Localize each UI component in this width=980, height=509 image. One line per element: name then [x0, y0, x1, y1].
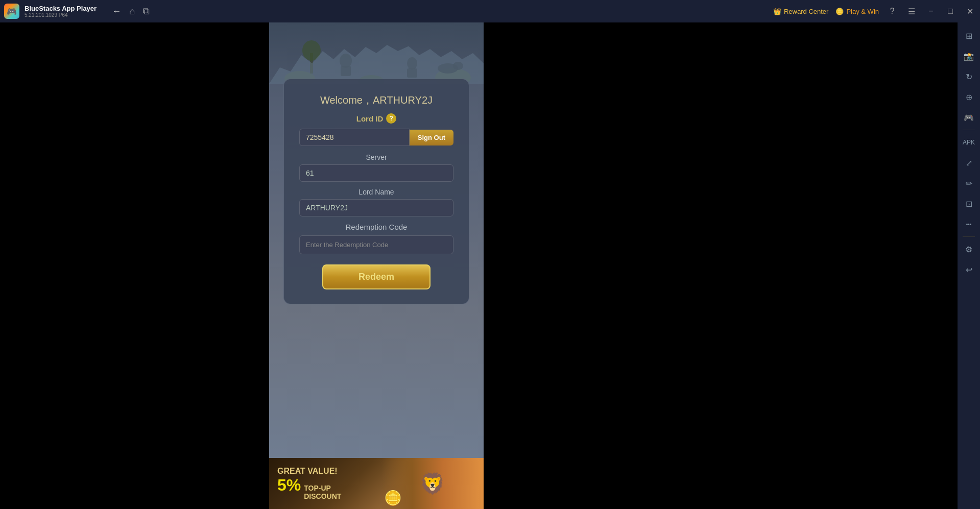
svg-point-10	[302, 40, 321, 61]
silhouette-svg	[269, 22, 484, 84]
close-button[interactable]: ✕	[964, 5, 976, 17]
lion-icon: 🦁	[420, 472, 445, 496]
scale-icon[interactable]: ⤢	[960, 154, 978, 172]
server-label: Server	[299, 153, 453, 161]
close-icon: ✕	[967, 7, 973, 16]
back-nav-icon[interactable]: ←	[112, 6, 121, 17]
reward-center-label: Reward Center	[784, 8, 828, 15]
lord-id-help-icon[interactable]: ?	[386, 113, 396, 124]
redemption-code-label: Redemption Code	[299, 223, 453, 231]
controller-icon[interactable]: 🎮	[960, 108, 978, 127]
apk-icon[interactable]: APK	[960, 133, 978, 152]
svg-rect-6	[407, 68, 417, 78]
minimize-button[interactable]: −	[925, 5, 937, 17]
banner-topup: TOP-UP	[304, 484, 341, 492]
server-value: 61	[299, 164, 453, 182]
maximize-button[interactable]: □	[944, 5, 957, 17]
svg-point-7	[438, 63, 458, 74]
edit-icon[interactable]: ✏	[960, 174, 978, 192]
svg-rect-4	[341, 66, 351, 76]
banner-discount: DISCOUNT	[304, 492, 341, 500]
redemption-code-input[interactable]	[299, 235, 453, 254]
svg-point-3	[340, 54, 352, 68]
minimize-icon: −	[928, 7, 933, 16]
lord-name-label: Lord Name	[299, 188, 453, 196]
sidebar-divider-2	[963, 236, 975, 237]
play-win-label: Play & Win	[846, 8, 879, 15]
titlebar: 🎮 BlueStacks App Player 5.21.201.1029 P6…	[0, 0, 980, 22]
app-info: BlueStacks App Player 5.21.201.1029 P64	[25, 5, 97, 18]
crown-icon: 👑	[773, 8, 781, 15]
lord-id-label: Lord ID	[356, 114, 384, 123]
left-panel	[0, 22, 269, 509]
banner-great-value: GREAT VALUE!	[277, 467, 341, 476]
reward-center-button[interactable]: 👑 Reward Center	[773, 8, 828, 15]
bg-silhouette	[269, 22, 484, 84]
coin-icon: 🪙	[835, 8, 844, 15]
location-icon[interactable]: ⊕	[960, 88, 978, 106]
app-title: BlueStacks App Player	[25, 5, 97, 12]
banner-percent: 5%	[277, 476, 301, 495]
lord-id-row: Lord ID ?	[299, 113, 453, 124]
banner-text: GREAT VALUE! 5% TOP-UP DISCOUNT	[277, 467, 341, 500]
home-nav-icon[interactable]: ⌂	[129, 6, 135, 17]
more-icon[interactable]: •••	[960, 215, 978, 233]
help-icon: ?	[890, 7, 895, 16]
redeem-button[interactable]: Redeem	[322, 264, 430, 289]
titlebar-right: 👑 Reward Center 🪙 Play & Win ? ☰ − □ ✕	[773, 5, 976, 17]
lord-name-value: ARTHURY2J	[299, 199, 453, 216]
rotate-icon[interactable]: ↻	[960, 67, 978, 86]
multi-nav-icon[interactable]: ⧉	[143, 6, 150, 17]
back-icon[interactable]: ↩	[960, 260, 978, 279]
help-button[interactable]: ?	[886, 5, 898, 17]
lord-id-input[interactable]	[299, 129, 410, 146]
svg-point-8	[453, 62, 463, 70]
menu-icon: ☰	[908, 7, 915, 16]
right-panel: ⊞ 📸 ↻ ⊕ 🎮 APK ⤢ ✏ ⊡ ••• ⚙ ↩	[484, 22, 980, 509]
play-win-button[interactable]: 🪙 Play & Win	[835, 8, 879, 15]
camera-icon[interactable]: 📸	[960, 47, 978, 65]
promo-banner[interactable]: GREAT VALUE! 5% TOP-UP DISCOUNT 🦁 🪙	[269, 458, 484, 509]
titlebar-left: 🎮 BlueStacks App Player 5.21.201.1029 P6…	[4, 4, 150, 19]
dialog-card: Welcome，ARTHURY2J Lord ID ? Sign Out Ser…	[283, 79, 469, 304]
layout-icon[interactable]: ⊞	[960, 27, 978, 45]
right-sidebar: ⊞ 📸 ↻ ⊕ 🎮 APK ⤢ ✏ ⊡ ••• ⚙ ↩	[958, 22, 980, 509]
banner-coin: 🪙	[384, 490, 402, 506]
crop-icon[interactable]: ⊡	[960, 195, 978, 213]
welcome-text: Welcome，ARTHURY2J	[299, 93, 453, 107]
settings-icon[interactable]: ⚙	[960, 240, 978, 258]
svg-point-5	[407, 57, 417, 69]
center-panel: Welcome，ARTHURY2J Lord ID ? Sign Out Ser…	[269, 22, 484, 509]
lord-id-field: Sign Out	[299, 129, 453, 146]
titlebar-nav: ← ⌂ ⧉	[112, 6, 150, 17]
sign-out-button[interactable]: Sign Out	[410, 130, 453, 146]
sidebar-divider-1	[963, 130, 975, 130]
menu-button[interactable]: ☰	[905, 5, 918, 17]
app-version: 5.21.201.1029 P64	[25, 12, 97, 18]
main-content: Welcome，ARTHURY2J Lord ID ? Sign Out Ser…	[0, 22, 980, 509]
app-logo: 🎮	[4, 4, 19, 19]
maximize-icon: □	[948, 7, 953, 16]
